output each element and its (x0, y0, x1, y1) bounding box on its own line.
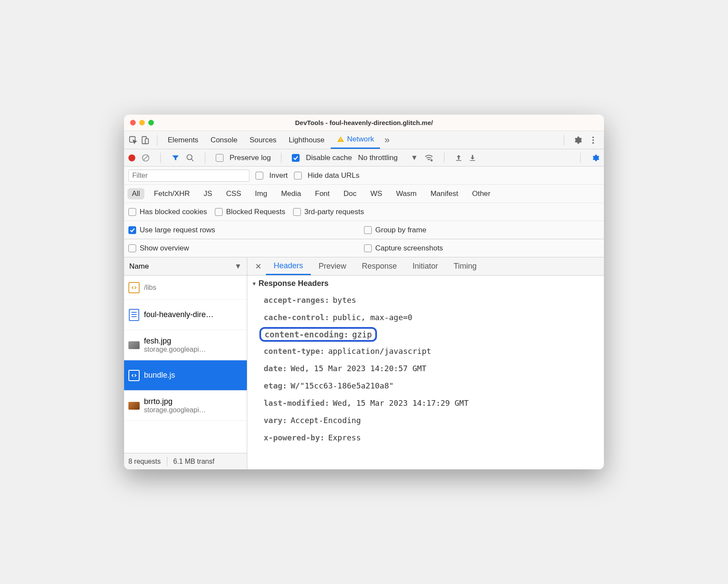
divider (167, 457, 167, 466)
has-blocked-cookies-label: Has blocked cookies (140, 208, 207, 216)
dtab-headers[interactable]: Headers (266, 257, 311, 275)
header-name: last-modified: (264, 397, 329, 409)
search-icon[interactable] (186, 154, 195, 162)
section-title-text: Response Headers (259, 279, 329, 288)
request-sub: storage.googleapi… (144, 346, 206, 353)
large-rows-checkbox[interactable] (128, 226, 136, 234)
hide-data-urls-checkbox[interactable] (294, 172, 302, 180)
type-chip-img[interactable]: Img (251, 188, 271, 199)
type-chip-js[interactable]: JS (199, 188, 217, 199)
request-row[interactable]: foul-heavenly-dire… (124, 300, 247, 330)
divider (580, 153, 581, 163)
name-column-header: Name (129, 262, 149, 271)
disable-cache-label: Disable cache (306, 154, 352, 162)
request-footer: 8 requests 6.1 MB transf (124, 453, 247, 469)
filter-row: Invert Hide data URLs (124, 167, 604, 185)
close-window-button[interactable] (130, 120, 136, 125)
capture-screenshots-label: Capture screenshots (375, 244, 443, 253)
divider (205, 153, 205, 163)
type-chip-ws[interactable]: WS (366, 188, 386, 199)
type-chip-manifest[interactable]: Manifest (426, 188, 463, 199)
header-value: bytes (333, 294, 356, 306)
upload-har-icon[interactable] (455, 154, 463, 162)
svg-rect-2 (145, 138, 148, 144)
device-toolbar-icon[interactable] (140, 135, 150, 145)
third-party-label: 3rd-party requests (304, 208, 364, 216)
request-row[interactable]: /libs (124, 276, 247, 300)
header-row: accept-ranges:bytes (249, 292, 604, 309)
tab-network[interactable]: Network (331, 131, 380, 149)
blocked-requests-checkbox[interactable] (215, 208, 223, 216)
capture-screenshots-checkbox[interactable] (364, 244, 372, 252)
close-detail-icon[interactable]: ✕ (251, 262, 266, 271)
invert-label: Invert (269, 171, 288, 180)
zoom-window-button[interactable] (148, 120, 154, 125)
header-name: content-encoding: (265, 330, 348, 339)
filter-toggle-icon[interactable] (171, 154, 180, 162)
type-chip-media[interactable]: Media (277, 188, 305, 199)
type-chip-wasm[interactable]: Wasm (392, 188, 421, 199)
clear-button[interactable] (141, 154, 150, 162)
header-value: Wed, 15 Mar 2023 14:20:57 GMT (291, 363, 426, 375)
type-chip-font[interactable]: Font (311, 188, 334, 199)
group-by-frame-label: Group by frame (375, 226, 426, 234)
divider (564, 135, 564, 145)
script-icon (128, 282, 140, 293)
request-sub: storage.googleapi… (144, 406, 206, 414)
show-overview-checkbox[interactable] (128, 244, 136, 252)
header-name: vary: (264, 414, 287, 427)
tab-elements[interactable]: Elements (162, 131, 204, 149)
request-list-header[interactable]: Name ▼ (124, 257, 247, 276)
tab-lighthouse[interactable]: Lighthouse (283, 131, 331, 149)
third-party-checkbox[interactable] (293, 208, 301, 216)
dtab-preview[interactable]: Preview (311, 257, 354, 275)
request-row[interactable]: bundle.js (124, 360, 247, 391)
dtab-timing[interactable]: Timing (446, 257, 484, 275)
response-headers-section[interactable]: ▼ Response Headers (249, 276, 604, 292)
options-row-2b: Show overview Capture screenshots (124, 239, 604, 257)
record-button[interactable] (128, 154, 135, 161)
type-chip-doc[interactable]: Doc (339, 188, 361, 199)
header-row: last-modified:Wed, 15 Mar 2023 14:17:29 … (249, 395, 604, 412)
dtab-initiator[interactable]: Initiator (405, 257, 446, 275)
divider (160, 153, 161, 163)
download-har-icon[interactable] (469, 154, 476, 162)
settings-icon[interactable] (571, 134, 584, 147)
preserve-log-checkbox[interactable] (216, 154, 224, 162)
detail-pane: ✕ Headers Preview Response Initiator Tim… (247, 257, 604, 469)
tab-console[interactable]: Console (204, 131, 243, 149)
devtools-window: DevTools - foul-heavenly-direction.glitc… (124, 115, 604, 469)
svg-rect-4 (340, 141, 341, 141)
request-row[interactable]: fesh.jpgstorage.googleapi… (124, 330, 247, 360)
group-by-frame-checkbox[interactable] (364, 226, 372, 234)
type-chip-other[interactable]: Other (468, 188, 495, 199)
image-icon (128, 402, 140, 410)
header-value: Wed, 15 Mar 2023 14:17:29 GMT (333, 397, 469, 409)
type-chip-all[interactable]: All (128, 188, 144, 199)
network-conditions-icon[interactable] (424, 153, 434, 163)
network-settings-icon[interactable] (591, 154, 600, 162)
svg-point-10 (187, 154, 192, 160)
inspect-element-icon[interactable] (128, 135, 138, 145)
header-value: application/javascript (328, 345, 431, 357)
show-overview-label: Show overview (140, 244, 189, 253)
more-tabs-icon[interactable]: » (380, 135, 394, 146)
kebab-menu-icon[interactable] (587, 134, 600, 147)
divider (444, 153, 444, 163)
document-icon (129, 309, 139, 321)
svg-rect-3 (340, 138, 341, 141)
has-blocked-cookies-checkbox[interactable] (128, 208, 136, 216)
invert-checkbox[interactable] (255, 172, 263, 180)
dtab-response[interactable]: Response (354, 257, 405, 275)
chevron-down-icon: ▼ (411, 154, 418, 162)
type-chip-css[interactable]: CSS (222, 188, 246, 199)
tab-console-label: Console (211, 136, 237, 144)
type-chip-fetchxhr[interactable]: Fetch/XHR (150, 188, 194, 199)
network-toolbar: Preserve log Disable cache No throttling… (124, 149, 604, 167)
filter-input[interactable] (128, 170, 249, 182)
request-row[interactable]: brrto.jpgstorage.googleapi… (124, 391, 247, 421)
disable-cache-checkbox[interactable] (292, 154, 300, 162)
minimize-window-button[interactable] (139, 120, 145, 125)
tab-sources[interactable]: Sources (243, 131, 282, 149)
throttling-select[interactable]: No throttling ▼ (358, 154, 418, 162)
